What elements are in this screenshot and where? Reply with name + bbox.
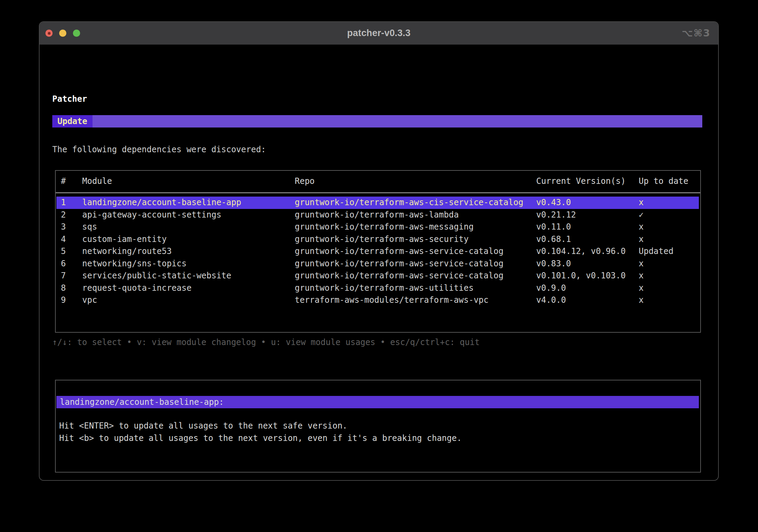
row-version: v0.104.12, v0.96.0: [536, 245, 626, 258]
row-repo: gruntwork-io/terraform-aws-service-catal…: [295, 270, 503, 282]
row-status: Updated: [639, 245, 673, 258]
row-number: 5: [61, 245, 66, 258]
table-body: 1 landingzone/account-baseline-app grunt…: [56, 197, 699, 307]
row-version: v0.83.0: [536, 258, 571, 270]
window-title: patcher-v0.3.3: [347, 28, 410, 38]
dependencies-table: # Module Repo Current Version(s) Up to d…: [55, 170, 701, 333]
hint-enter-line: Hit <ENTER> to update all usages to the …: [59, 420, 347, 432]
table-row[interactable]: 1 landingzone/account-baseline-app grunt…: [56, 197, 699, 209]
table-header-divider: [56, 192, 700, 193]
table-row[interactable]: 2 api-gateway-account-settings gruntwork…: [56, 209, 699, 221]
row-repo: gruntwork-io/terraform-aws-lambda: [295, 209, 459, 221]
row-status: x: [639, 197, 643, 209]
table-row[interactable]: 7 services/public-static-website gruntwo…: [56, 270, 699, 282]
table-row[interactable]: 3 sqs gruntwork-io/terraform-aws-messagi…: [56, 221, 699, 233]
col-header-module: Module: [82, 175, 112, 187]
row-version: v0.11.0: [536, 221, 571, 233]
table-row[interactable]: 4 custom-iam-entity gruntwork-io/terrafo…: [56, 233, 699, 246]
row-version: v0.68.1: [536, 233, 571, 246]
row-number: 2: [61, 209, 66, 221]
row-module: vpc: [82, 294, 97, 307]
col-header-repo: Repo: [295, 175, 315, 187]
row-module: networking/sns-topics: [82, 258, 186, 270]
close-dot-icon: [48, 32, 51, 35]
tab-bar: Update: [52, 115, 702, 128]
tab-update[interactable]: Update: [52, 115, 93, 128]
row-module: services/public-static-website: [82, 270, 231, 282]
row-repo: gruntwork-io/terraform-aws-security: [295, 233, 469, 246]
app-window: patcher-v0.3.3 ⌥⌘3 Patcher Update The fo…: [39, 21, 719, 481]
selected-module-header: landingzone/account-baseline-app:: [56, 396, 699, 408]
row-status: x: [639, 294, 643, 307]
intro-text: The following dependencies were discover…: [52, 143, 266, 156]
minimize-button[interactable]: [59, 30, 66, 37]
row-module: networking/route53: [82, 245, 172, 258]
row-version: v0.9.0: [536, 282, 566, 295]
row-status: ✓: [639, 209, 643, 221]
row-repo: gruntwork-io/terraform-aws-messaging: [295, 221, 474, 233]
window-shortcut-badge: ⌥⌘3: [682, 22, 711, 44]
row-status: x: [639, 270, 643, 282]
zoom-button[interactable]: [73, 30, 80, 37]
traffic-lights: [45, 22, 80, 44]
terminal-content: Patcher Update The following dependencie…: [40, 45, 718, 480]
row-status: x: [639, 233, 643, 246]
row-version: v0.101.0, v0.103.0: [536, 270, 626, 282]
row-module: custom-iam-entity: [82, 233, 167, 246]
row-module: sqs: [82, 221, 97, 233]
row-repo: gruntwork-io/terraform-aws-service-catal…: [295, 245, 503, 258]
row-status: x: [639, 258, 643, 270]
row-status: x: [639, 221, 643, 233]
row-version: v4.0.0: [536, 294, 566, 307]
row-number: 4: [61, 233, 66, 246]
col-header-number: #: [61, 175, 66, 187]
row-number: 1: [61, 197, 66, 209]
row-module: landingzone/account-baseline-app: [82, 197, 241, 209]
row-repo: gruntwork-io/terraform-aws-utilities: [295, 282, 474, 295]
table-row[interactable]: 8 request-quota-increase gruntwork-io/te…: [56, 282, 699, 295]
row-version: v0.21.12: [536, 209, 576, 221]
close-button[interactable]: [45, 30, 53, 37]
table-row[interactable]: 9 vpc terraform-aws-modules/terraform-aw…: [56, 294, 699, 307]
row-number: 7: [61, 270, 66, 282]
row-module: request-quota-increase: [82, 282, 192, 295]
detail-panel: landingzone/account-baseline-app: Hit <E…: [55, 380, 701, 473]
row-number: 9: [61, 294, 66, 307]
row-number: 3: [61, 221, 66, 233]
col-header-uptodate: Up to date: [639, 175, 689, 187]
row-number: 8: [61, 282, 66, 295]
table-row[interactable]: 6 networking/sns-topics gruntwork-io/ter…: [56, 258, 699, 270]
row-module: api-gateway-account-settings: [82, 209, 221, 221]
table-header-row: # Module Repo Current Version(s) Up to d…: [56, 175, 699, 187]
window-titlebar: patcher-v0.3.3 ⌥⌘3: [40, 22, 718, 45]
row-repo: gruntwork-io/terraform-aws-service-catal…: [295, 258, 503, 270]
row-repo: terraform-aws-modules/terraform-aws-vpc: [295, 294, 489, 307]
app-heading: Patcher: [52, 93, 87, 105]
row-status: x: [639, 282, 643, 295]
col-header-version: Current Version(s): [536, 175, 626, 187]
table-row[interactable]: 5 networking/route53 gruntwork-io/terraf…: [56, 245, 699, 258]
row-number: 6: [61, 258, 66, 270]
row-repo: gruntwork-io/terraform-aws-cis-service-c…: [295, 197, 523, 209]
row-version: v0.43.0: [536, 197, 571, 209]
keybinding-help-bar: ↑/↓: to select • v: view module changelo…: [52, 336, 480, 348]
hint-breaking-line: Hit <b> to update all usages to the next…: [59, 432, 462, 444]
